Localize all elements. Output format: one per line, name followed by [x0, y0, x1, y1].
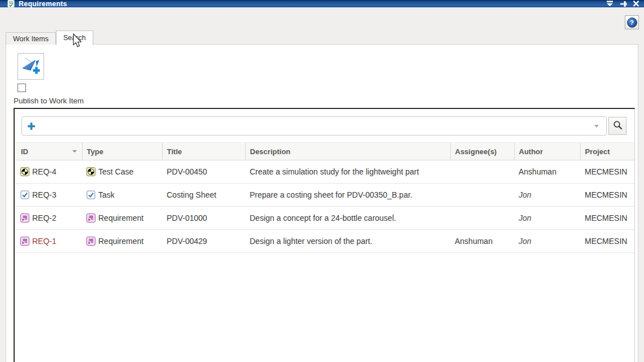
search-bar-row: [15, 109, 634, 142]
results-table-body: REQ-4 Test Case PDV-00450 Create a simul…: [15, 160, 635, 253]
magnifier-icon: [613, 120, 623, 132]
row-type: Requirement: [98, 237, 143, 246]
search-button[interactable]: [608, 117, 626, 135]
requirement-icon: [86, 213, 95, 223]
column-header-assignees[interactable]: Assignee(s): [450, 143, 514, 160]
close-icon[interactable]: [633, 1, 639, 7]
row-project: MECMESIN: [580, 207, 635, 230]
row-title: Costing Sheet: [162, 184, 245, 207]
collapse-icon[interactable]: [606, 1, 613, 7]
table-row[interactable]: REQ-1 Requirement PDV-00429 Design a lig…: [15, 230, 635, 253]
publish-checkbox[interactable]: [18, 84, 26, 92]
row-author: Jon: [514, 230, 580, 253]
table-header-row: ID Type Title Description Assignee(s) Au…: [15, 143, 635, 160]
chevron-down-icon[interactable]: [594, 125, 599, 128]
row-id: REQ-2: [32, 213, 56, 223]
column-header-description[interactable]: Description: [245, 143, 450, 160]
row-description: Design a concept for a 24-bottle carouse…: [245, 207, 450, 230]
publish-to-work-item-button[interactable]: [18, 53, 44, 80]
row-project: MECMESIN: [580, 160, 635, 184]
publish-work-item-icon: [21, 56, 41, 77]
test-case-icon: [86, 167, 95, 176]
mouse-cursor: [73, 33, 84, 51]
task-icon: [20, 190, 29, 199]
tab-work-items[interactable]: Work Items: [6, 32, 56, 45]
search-combo[interactable]: [21, 116, 607, 136]
help-icon: ?: [627, 18, 637, 28]
search-results-container: ID Type Title Description Assignee(s) Au…: [14, 108, 635, 362]
column-header-project[interactable]: Project: [580, 143, 635, 160]
row-title: PDV-00450: [162, 160, 245, 184]
results-table: ID Type Title Description Assignee(s) Au…: [15, 142, 635, 253]
window-title: Requirements: [19, 0, 67, 8]
requirement-icon: [20, 213, 29, 223]
add-criteria-icon[interactable]: [28, 123, 35, 130]
test-case-icon: [20, 167, 29, 176]
row-assignee: [450, 207, 514, 230]
table-row[interactable]: REQ-2 Requirement PDV-01000 Design a con…: [15, 207, 635, 230]
requirement-icon: [86, 237, 95, 246]
column-header-author[interactable]: Author: [514, 143, 580, 160]
publish-checkbox-label: Publish to Work Item: [14, 97, 84, 105]
row-type: Task: [98, 190, 115, 199]
row-title: PDV-01000: [162, 207, 245, 230]
table-row[interactable]: REQ-3 Task Costing Sheet Prepare a costi…: [15, 184, 635, 207]
row-description: Create a simulation study for the lightw…: [245, 160, 450, 184]
column-header-title[interactable]: Title: [162, 143, 245, 160]
task-icon: [86, 190, 95, 199]
row-author: Jon: [514, 207, 580, 230]
row-type: Requirement: [98, 213, 143, 223]
row-id: REQ-1: [32, 237, 56, 246]
window-titlebar[interactable]: Requirements: [0, 0, 644, 7]
row-id: REQ-3: [32, 190, 56, 199]
row-project: MECMESIN: [580, 184, 635, 207]
requirements-doc-icon: [7, 0, 15, 7]
column-header-id[interactable]: ID: [15, 143, 82, 160]
row-author: Anshuman: [514, 160, 580, 184]
help-button[interactable]: ?: [625, 15, 639, 29]
row-id: REQ-4: [32, 167, 56, 176]
row-title: PDV-00429: [162, 230, 245, 253]
row-description: Design a lighter version of the part.: [245, 230, 450, 253]
requirement-icon: [20, 237, 29, 246]
table-row[interactable]: REQ-4 Test Case PDV-00450 Create a simul…: [15, 160, 635, 184]
row-project: MECMESIN: [580, 230, 635, 253]
row-assignee: [450, 160, 514, 184]
row-author: Jon: [514, 184, 580, 207]
column-header-type[interactable]: Type: [82, 143, 162, 160]
search-input[interactable]: [40, 117, 588, 134]
row-assignee: Anshuman: [450, 230, 514, 253]
row-description: Prepare a costing sheet for PDV-00350_B.…: [245, 184, 450, 207]
row-type: Test Case: [98, 167, 133, 176]
sort-caret-icon[interactable]: [72, 150, 77, 152]
pin-icon[interactable]: [619, 1, 627, 7]
row-assignee: [450, 184, 514, 207]
